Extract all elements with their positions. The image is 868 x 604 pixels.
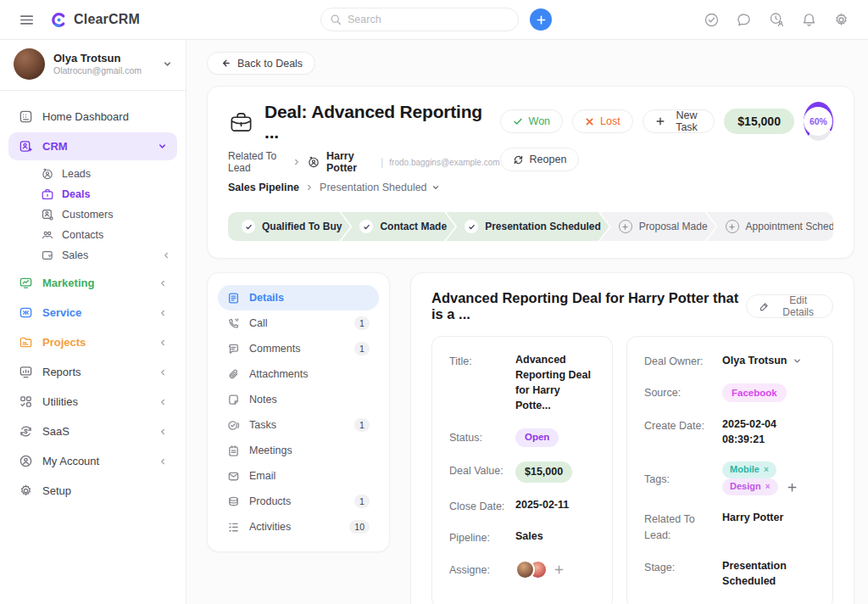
add-assignee-button[interactable] <box>554 564 565 575</box>
tab-label: Call <box>249 317 268 329</box>
chevron-left-icon <box>159 457 167 466</box>
back-to-deals-button[interactable]: Back to Deals <box>207 52 315 75</box>
tab-tasks[interactable]: Tasks 1 <box>218 412 379 438</box>
stage-proposal-made[interactable]: Proposal Made <box>600 212 716 241</box>
user-profile[interactable]: Olya Trotsun Olatrocun@gmail.com <box>0 40 186 91</box>
sidebar-item-label: Leads <box>62 168 91 180</box>
stage-appointment-scheduled[interactable]: Appointment Scheduled <box>707 212 833 241</box>
sidebar-item-label: Service <box>42 306 81 319</box>
marketing-icon <box>19 276 33 290</box>
tab-label: Products <box>249 495 291 507</box>
tab-notes[interactable]: Notes <box>218 387 379 412</box>
quick-add-button[interactable] <box>530 8 552 31</box>
sidebar-item-label: Sales <box>62 249 88 261</box>
sidebar-item-reports[interactable]: Reports <box>8 358 177 386</box>
sidebar-item-deals[interactable]: Deals <box>34 184 177 204</box>
check-icon <box>513 116 523 126</box>
pipeline-stage-value: Presentation Sheduled <box>320 182 426 193</box>
sidebar-item-setup[interactable]: Setup <box>8 477 177 505</box>
stage-qualified-to-buy[interactable]: Qualified To Buy <box>228 212 350 241</box>
tab-email[interactable]: Email <box>218 463 379 489</box>
chevron-left-icon <box>159 398 167 406</box>
notifications-bell-icon[interactable] <box>801 12 817 28</box>
stage-label: Contact Made <box>380 221 447 232</box>
stage-contact-made[interactable]: Contact Made <box>341 212 455 241</box>
reopen-button[interactable]: Reopen <box>500 148 580 171</box>
sidebar-item-projects[interactable]: Projects <box>8 328 177 356</box>
pipeline-crumb-row: Sales Pipeline Presentation Sheduled <box>228 182 500 193</box>
brand-logo[interactable]: ClearCRM <box>50 11 140 29</box>
user-email: Olatrocun@gmail.com <box>53 65 142 76</box>
settings-gear-icon[interactable] <box>833 12 849 28</box>
pipeline-label: Sales Pipeline <box>228 182 299 193</box>
tab-meetings[interactable]: Meetings <box>218 438 379 463</box>
tab-label: Details <box>249 292 284 304</box>
arrow-left-icon <box>220 58 231 69</box>
tab-label: Tasks <box>249 419 276 431</box>
stage-check-icon <box>465 220 478 233</box>
search-box[interactable] <box>320 8 519 31</box>
sidebar-item-home-dashboard[interactable]: Home Dashboard <box>8 103 177 131</box>
sidebar-item-customers[interactable]: Customers <box>34 204 177 225</box>
remove-tag-icon[interactable]: × <box>765 481 771 494</box>
add-tag-button[interactable] <box>787 482 798 493</box>
edit-details-button[interactable]: Edit Details <box>746 294 833 318</box>
sidebar-item-label: Setup <box>42 484 71 497</box>
refresh-icon <box>513 154 524 165</box>
sidebar-item-label: Home Dashboard <box>42 110 129 123</box>
search-input[interactable] <box>348 14 509 25</box>
chat-icon[interactable] <box>736 12 752 28</box>
tag-mobile[interactable]: Mobile × <box>722 461 776 478</box>
lead-name-link[interactable]: Harry Potter <box>326 150 375 174</box>
field-value-related-lead: Harry Potter <box>722 510 783 544</box>
new-task-button[interactable]: New Task <box>643 109 715 133</box>
sidebar-item-label: Reports <box>42 366 81 378</box>
sidebar-item-label: Deals <box>62 188 90 200</box>
sidebar-item-service[interactable]: Service <box>8 299 177 327</box>
details-left-panel: Title: Advanced Reporting Deal for Harry… <box>431 336 613 604</box>
activities-list-icon <box>227 521 240 534</box>
sidebar-item-my-account[interactable]: My Account <box>8 447 177 475</box>
deal-tabs-card: Details Call 1 Comments 1 <box>207 272 390 552</box>
tab-products[interactable]: Products 1 <box>218 489 379 514</box>
assignee-avatar[interactable] <box>515 560 535 579</box>
deal-title: Deal: Advanced Reporting ... <box>264 102 500 143</box>
sidebar-item-utilities[interactable]: Utilities <box>8 388 177 416</box>
approvals-check-icon[interactable] <box>704 12 720 28</box>
time-tracking-icon[interactable] <box>768 11 785 28</box>
pipeline-stage-dropdown[interactable]: Presentation Sheduled <box>320 182 439 193</box>
sidebar-item-marketing[interactable]: Marketing <box>8 269 177 297</box>
utilities-icon <box>19 394 33 409</box>
edit-details-label: Edit Details <box>776 294 821 318</box>
sidebar-item-saas[interactable]: SaaS <box>8 417 177 445</box>
deal-owner-dropdown[interactable]: Olya Trotsun <box>722 353 802 368</box>
tag-design[interactable]: Design × <box>722 478 778 495</box>
won-button[interactable]: Won <box>500 109 563 133</box>
deals-briefcase-icon <box>41 187 54 201</box>
sidebar-item-sales[interactable]: Sales <box>34 245 177 266</box>
tab-call[interactable]: Call 1 <box>218 310 379 336</box>
lead-person-icon <box>307 155 320 169</box>
deal-details-card: Advanced Reporting Deal for Harry Potter… <box>410 272 854 604</box>
remove-tag-icon[interactable]: × <box>764 464 769 477</box>
stage-label: Presentation Scheduled <box>485 221 601 232</box>
stage-presentation-scheduled[interactable]: Presentation Scheduled <box>446 212 609 241</box>
tab-attachments[interactable]: Attachments <box>218 361 379 387</box>
tab-details[interactable]: Details <box>218 285 379 310</box>
tab-comments[interactable]: Comments 1 <box>218 336 379 361</box>
sidebar-item-contacts[interactable]: Contacts <box>34 225 177 245</box>
tab-activities[interactable]: Activities 10 <box>218 514 379 540</box>
deal-progress-ring: 60% <box>804 102 833 141</box>
lost-label: Lost <box>600 115 620 127</box>
related-to-lead-label: Related To Lead <box>228 150 287 174</box>
products-stack-icon <box>227 495 240 508</box>
sidebar-item-crm[interactable]: CRM <box>8 132 177 160</box>
chevron-down-icon <box>163 59 172 69</box>
lost-button[interactable]: Lost <box>572 109 633 133</box>
reopen-label: Reopen <box>530 154 567 165</box>
sidebar-item-leads[interactable]: Leads <box>34 164 177 184</box>
pipeline-stage-bar: Qualified To Buy Contact Made Presentati… <box>228 212 833 241</box>
tab-count-badge: 1 <box>354 418 370 432</box>
sidebar-item-label: Utilities <box>42 395 78 408</box>
hamburger-menu-icon[interactable] <box>19 12 35 28</box>
